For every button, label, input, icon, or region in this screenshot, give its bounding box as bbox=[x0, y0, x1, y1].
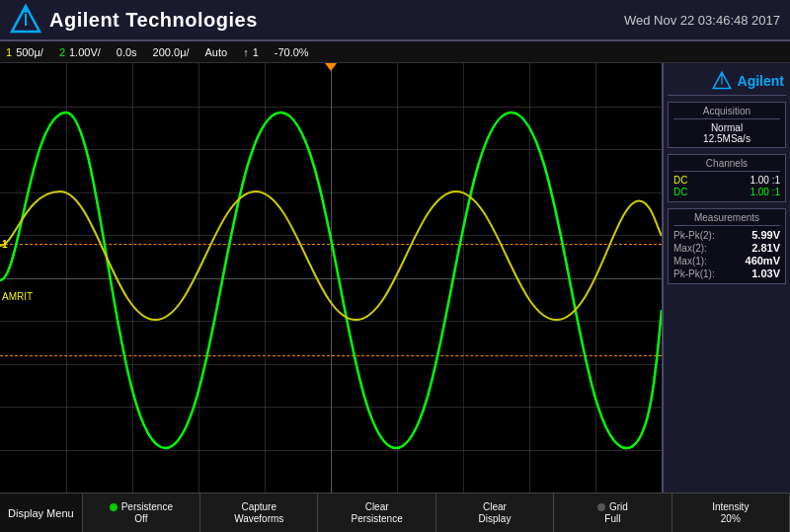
measurement-label-0: Pk-Pk(2): bbox=[673, 230, 715, 241]
measurements-list: Pk-Pk(2):5.99VMax(2):2.81VMax(1):460mVPk… bbox=[673, 229, 780, 279]
ch2-probe: 1.00 :1 bbox=[750, 187, 780, 197]
btn-bottom-label-intensity: 20% bbox=[721, 513, 741, 525]
ch1-probe: 1.00 :1 bbox=[750, 175, 780, 186]
waveform-svg bbox=[0, 63, 662, 493]
right-panel-logo: Agilent bbox=[668, 67, 786, 96]
measurement-label-3: Pk-Pk(1): bbox=[673, 268, 715, 279]
display-menu-label: Display Menu bbox=[0, 494, 83, 532]
measurements-title: Measurements bbox=[673, 212, 780, 226]
acquisition-mode: Normal bbox=[673, 122, 780, 133]
trigger-arrow-symbol: ↑ bbox=[243, 46, 249, 58]
header-left: Agilent Technologies bbox=[10, 4, 258, 36]
svg-point-5 bbox=[720, 74, 723, 77]
measurement-value-1: 2.81V bbox=[751, 242, 780, 254]
measurement-value-3: 1.03V bbox=[751, 267, 780, 279]
scope-display: 1 AMRIT bbox=[0, 63, 662, 493]
ch1-scale-value: 500μ/ bbox=[16, 46, 43, 58]
measurement-row-2: Max(1):460mV bbox=[673, 255, 780, 266]
app-title: Agilent Technologies bbox=[49, 9, 258, 32]
bottom-btn-grid[interactable]: GridFull bbox=[554, 494, 672, 532]
bottom-btn-capture-waveforms[interactable]: CaptureWaveforms bbox=[200, 494, 318, 532]
trigger-edge: ↑ 1 bbox=[243, 46, 259, 58]
ch1-number: 1 bbox=[6, 46, 12, 58]
btn-bottom-label-clear-persistence: Persistence bbox=[351, 513, 402, 525]
btn-indicator-grid bbox=[597, 503, 605, 511]
measurement-row-0: Pk-Pk(2):5.99V bbox=[673, 229, 780, 241]
bottom-btn-top-clear-persistence: Clear bbox=[365, 501, 389, 513]
ch2-scale: 2 1.00V/ bbox=[59, 46, 101, 58]
btn-bottom-label-persistence: Off bbox=[134, 513, 147, 525]
right-logo-icon bbox=[712, 71, 732, 91]
measurement-row-1: Max(2):2.81V bbox=[673, 242, 780, 254]
bottom-buttons: PersistenceOffCaptureWaveformsClearPersi… bbox=[83, 494, 790, 532]
measurement-value-2: 460mV bbox=[746, 255, 780, 266]
main-area: 1 AMRIT Agilent Acquisition Normal 12.5M… bbox=[0, 63, 790, 493]
toolbar: 1 500μ/ 2 1.00V/ 0.0s 200.0μ/ Auto ↑ 1 -… bbox=[0, 41, 790, 63]
trigger-level: -70.0% bbox=[275, 46, 309, 58]
trigger-mode-value: Auto bbox=[205, 46, 228, 58]
btn-top-label-capture-waveforms: Capture bbox=[241, 501, 276, 513]
ch1-row: DC 1.00 :1 bbox=[673, 175, 780, 186]
time-offset: 0.0s bbox=[117, 46, 137, 58]
btn-indicator-persistence bbox=[110, 503, 118, 511]
acquisition-title: Acquisition bbox=[673, 106, 780, 119]
channels-title: Channels bbox=[673, 158, 780, 172]
btn-top-label-intensity: Intensity bbox=[712, 501, 749, 513]
btn-top-label-clear-display: Clear bbox=[483, 501, 507, 513]
channels-section: Channels DC 1.00 :1 DC 1.00 :1 bbox=[668, 154, 786, 202]
measurement-value-0: 5.99V bbox=[751, 229, 780, 241]
btn-top-label-persistence: Persistence bbox=[121, 501, 173, 513]
ch2-row: DC 1.00 :1 bbox=[673, 187, 780, 197]
btn-top-label-grid: Grid bbox=[609, 501, 628, 513]
time-div: 200.0μ/ bbox=[153, 46, 190, 58]
ch2-number: 2 bbox=[59, 46, 65, 58]
time-div-value: 200.0μ/ bbox=[153, 46, 190, 58]
measurement-label-1: Max(2): bbox=[673, 243, 707, 254]
bottom-bar: Display Menu PersistenceOffCaptureWavefo… bbox=[0, 493, 790, 532]
amrit-label: AMRIT bbox=[2, 291, 33, 302]
header: Agilent Technologies Wed Nov 22 03:46:48… bbox=[0, 0, 790, 41]
btn-bottom-label-capture-waveforms: Waveforms bbox=[234, 513, 283, 525]
btn-top-label-clear-persistence: Clear bbox=[365, 501, 389, 513]
bottom-btn-intensity[interactable]: Intensity20% bbox=[672, 494, 790, 532]
trigger-mode: Auto bbox=[205, 46, 228, 58]
measurement-label-2: Max(1): bbox=[673, 256, 707, 266]
measurements-section: Measurements Pk-Pk(2):5.99VMax(2):2.81VM… bbox=[668, 208, 786, 284]
acquisition-rate: 12.5MSa/s bbox=[673, 133, 780, 144]
trigger-ch: 1 bbox=[253, 46, 259, 58]
svg-point-2 bbox=[24, 9, 28, 13]
measurement-row-3: Pk-Pk(1):1.03V bbox=[673, 267, 780, 279]
bottom-btn-persistence[interactable]: PersistenceOff bbox=[83, 494, 200, 532]
ch2-scale-value: 1.00V/ bbox=[69, 46, 101, 58]
acquisition-section: Acquisition Normal 12.5MSa/s bbox=[668, 102, 786, 148]
right-panel: Agilent Acquisition Normal 12.5MSa/s Cha… bbox=[662, 63, 790, 493]
ch1-scale: 1 500μ/ bbox=[6, 46, 43, 58]
ch1-marker: 1 bbox=[2, 238, 8, 249]
bottom-btn-top-capture-waveforms: Capture bbox=[241, 501, 276, 513]
trigger-level-value: -70.0% bbox=[275, 46, 309, 58]
header-datetime: Wed Nov 22 03:46:48 2017 bbox=[624, 13, 780, 28]
bottom-btn-top-persistence: Persistence bbox=[110, 501, 173, 513]
ch2-coupling: DC bbox=[673, 187, 687, 197]
time-offset-value: 0.0s bbox=[117, 46, 137, 58]
ch1-coupling: DC bbox=[673, 175, 687, 186]
bottom-btn-clear-persistence[interactable]: ClearPersistence bbox=[318, 494, 435, 532]
bottom-btn-top-intensity: Intensity bbox=[712, 501, 749, 513]
btn-bottom-label-grid: Full bbox=[604, 513, 620, 525]
bottom-btn-top-grid: Grid bbox=[597, 501, 628, 513]
right-logo-text: Agilent bbox=[738, 73, 784, 89]
btn-bottom-label-clear-display: Display bbox=[479, 513, 512, 525]
agilent-logo-icon bbox=[10, 4, 41, 36]
bottom-btn-clear-display[interactable]: ClearDisplay bbox=[436, 494, 554, 532]
bottom-btn-top-clear-display: Clear bbox=[483, 501, 507, 513]
